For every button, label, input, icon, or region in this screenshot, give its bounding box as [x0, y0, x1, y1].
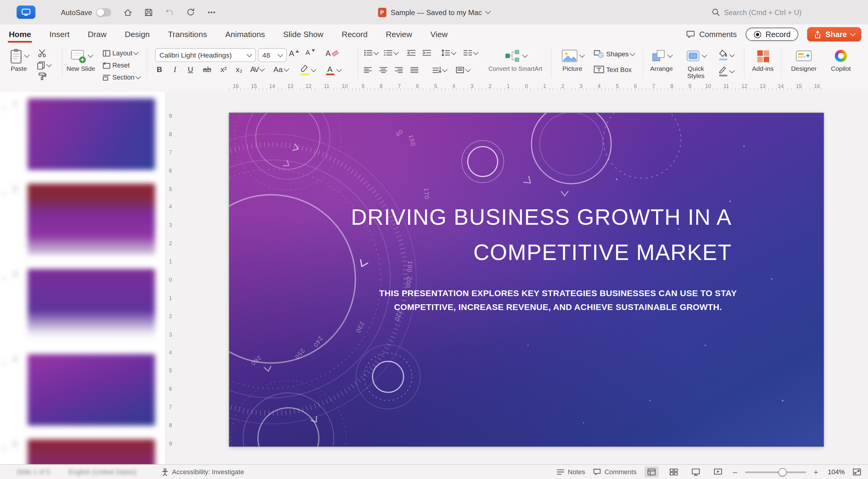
vertical-ruler[interactable]: 9876543210123456789	[165, 92, 176, 465]
grow-font-button[interactable]: A	[289, 49, 299, 58]
line-spacing-button[interactable]	[441, 49, 456, 56]
subscript-button[interactable]: x₂	[232, 65, 246, 74]
horizontal-ruler[interactable]: 1615141312111098765432101234567891011121…	[0, 82, 868, 93]
home-icon[interactable]	[124, 8, 132, 17]
underline-button[interactable]: U	[185, 65, 196, 74]
font-size-select[interactable]: 48	[258, 48, 287, 62]
slideshow-view-button[interactable]	[711, 466, 725, 478]
align-right-button[interactable]	[395, 66, 403, 73]
shape-outline-button[interactable]	[717, 65, 734, 77]
ribbon-tab[interactable]: Record	[342, 24, 368, 44]
layout-button[interactable]: Layout	[102, 49, 138, 57]
strikethrough-button[interactable]: ab	[200, 65, 214, 74]
slide-thumbnail-image[interactable]	[28, 184, 155, 255]
copilot-button[interactable]: Copilot	[826, 47, 856, 73]
save-icon[interactable]	[145, 8, 153, 17]
zoom-slider-knob[interactable]	[778, 468, 787, 477]
slide-thumbnail[interactable]: » 3	[0, 269, 165, 341]
quick-styles-button[interactable]: Quick Styles	[680, 47, 712, 79]
increase-indent-button[interactable]	[422, 49, 431, 56]
decrease-indent-button[interactable]	[407, 49, 415, 56]
redo-icon[interactable]	[187, 8, 195, 17]
zoom-in-button[interactable]: +	[814, 468, 818, 476]
convert-to-smartart-button[interactable]: Convert to SmartArt	[484, 47, 547, 72]
slide-thumbnail[interactable]: » 5	[0, 439, 165, 465]
section-button[interactable]: Section	[102, 73, 140, 81]
align-text-button[interactable]	[456, 66, 470, 73]
zoom-slider[interactable]	[745, 471, 806, 473]
ribbon-tab[interactable]: Transitions	[168, 24, 207, 44]
font-name-select[interactable]: Calibri Light (Headings)	[155, 48, 255, 62]
slide-thumbnail-image[interactable]	[28, 439, 155, 465]
copy-button[interactable]	[36, 61, 51, 70]
zoom-out-button[interactable]: –	[733, 468, 737, 476]
slide-thumbnail-image[interactable]	[28, 354, 155, 426]
text-box-button[interactable]: Text Box	[593, 65, 632, 74]
bold-button[interactable]: B	[154, 65, 165, 74]
more-options-icon[interactable]: •••	[208, 9, 216, 15]
designer-button[interactable]: Designer	[787, 47, 820, 73]
text-direction-button[interactable]	[432, 66, 447, 73]
italic-button[interactable]: I	[169, 65, 181, 74]
align-center-button[interactable]	[379, 66, 388, 73]
paste-button[interactable]: Paste	[4, 47, 33, 73]
app-icon[interactable]	[17, 5, 35, 19]
addins-button[interactable]: Add-ins	[749, 47, 777, 73]
superscript-button[interactable]: x²	[217, 65, 230, 74]
notes-toggle[interactable]: Notes	[556, 468, 585, 476]
title-chevron-icon[interactable]	[486, 9, 491, 14]
autosave-toggle[interactable]	[96, 8, 112, 17]
search-control[interactable]: Search (Cmd + Ctrl + U)	[712, 8, 802, 17]
slide-subtitle-textbox[interactable]: THIS PRESENTATION EXPLORES KEY STRATEGIE…	[364, 286, 752, 314]
ribbon-tab[interactable]: View	[430, 24, 447, 44]
bullets-button[interactable]	[364, 49, 378, 56]
language-status[interactable]: English (United States)	[69, 468, 136, 476]
numbering-button[interactable]	[384, 49, 398, 56]
slide[interactable]: 40150170190200220230240250260 DRIVING BU…	[229, 113, 824, 447]
slide-thumbnail[interactable]: » 1	[0, 98, 165, 170]
zoom-level[interactable]: 104%	[826, 468, 844, 476]
undo-icon[interactable]	[165, 8, 175, 16]
document-title[interactable]: Sample — Saved to my Mac	[391, 8, 482, 17]
slide-thumbnail[interactable]: » 2	[0, 184, 165, 255]
normal-view-button[interactable]	[644, 466, 659, 478]
slide-sorter-view-button[interactable]	[666, 466, 681, 478]
align-left-button[interactable]	[364, 66, 372, 73]
comments-toggle[interactable]: Comments	[593, 468, 637, 476]
font-color-button[interactable]: A	[324, 64, 341, 76]
ribbon-tab[interactable]: Home	[9, 24, 31, 44]
slide-thumbnail-image[interactable]	[28, 98, 155, 170]
justify-button[interactable]	[410, 66, 418, 73]
slide-thumbnail[interactable]: » 4	[0, 354, 165, 426]
ribbon-tab[interactable]: Slide Show	[283, 24, 323, 44]
new-slide-button[interactable]: New Slide	[65, 47, 97, 73]
columns-button[interactable]	[463, 49, 478, 56]
character-spacing-button[interactable]: AV	[250, 65, 264, 74]
comments-button[interactable]: Comments	[686, 30, 737, 38]
accessibility-status[interactable]: Accessibility: Investigate	[161, 468, 244, 476]
slide-thumbnail-image[interactable]	[28, 269, 155, 341]
shrink-font-button[interactable]: A	[306, 49, 315, 57]
picture-button[interactable]: Picture	[557, 47, 588, 73]
format-painter-button[interactable]	[38, 72, 46, 81]
cut-button[interactable]	[38, 49, 46, 58]
slide-title-textbox[interactable]: DRIVING BUSINESS GROWTH IN A COMPETITIVE…	[273, 199, 732, 270]
editing-canvas[interactable]: 40150170190200220230240250260 DRIVING BU…	[176, 92, 868, 465]
shape-fill-button[interactable]	[717, 49, 734, 61]
ribbon-tab[interactable]: Insert	[50, 24, 70, 44]
share-button[interactable]: Share	[807, 27, 861, 41]
paste-chevron-icon[interactable]	[24, 53, 29, 58]
fit-slide-to-window-button[interactable]	[852, 468, 861, 476]
reset-button[interactable]: Reset	[102, 61, 130, 69]
arrange-button[interactable]: Arrange	[647, 47, 676, 73]
highlight-color-button[interactable]	[299, 64, 315, 76]
shapes-button[interactable]: Shapes	[593, 50, 634, 58]
clear-formatting-button[interactable]: A	[326, 49, 338, 58]
reading-view-button[interactable]	[689, 466, 703, 478]
change-case-button[interactable]: Aa	[273, 65, 288, 74]
ribbon-tab[interactable]: Design	[125, 24, 150, 44]
ribbon-tab[interactable]: Draw	[88, 24, 106, 44]
record-button[interactable]: Record	[746, 28, 798, 41]
ribbon-tab[interactable]: Animations	[225, 24, 265, 44]
ribbon-tab[interactable]: Review	[386, 24, 412, 44]
